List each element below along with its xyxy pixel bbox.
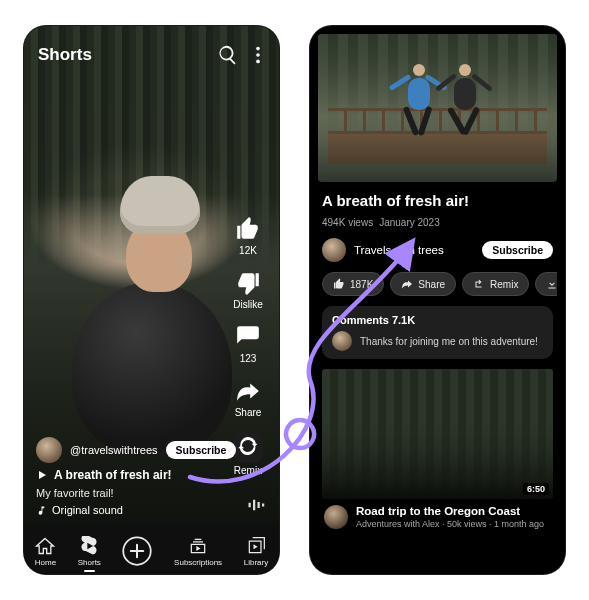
view-count: 494K views [322, 217, 373, 228]
person-b [446, 56, 484, 136]
video-title[interactable]: A breath of fresh air! [318, 190, 557, 209]
svg-rect-4 [253, 500, 255, 511]
dislike-button[interactable]: Dislike [233, 270, 262, 310]
creator-avatar[interactable] [36, 437, 62, 463]
svg-rect-5 [258, 502, 260, 508]
remix-icon [238, 437, 258, 457]
person-photo [64, 176, 234, 456]
shorts-caption: My favorite trail! [36, 487, 219, 499]
remix-label: Remix [234, 465, 262, 476]
comment-icon [235, 324, 261, 350]
subscribe-button[interactable]: Subscribe [166, 441, 237, 459]
more-vertical-icon[interactable] [247, 44, 269, 66]
plus-circle-icon [122, 536, 152, 566]
remix-chip-label: Remix [490, 279, 518, 290]
like-chip[interactable]: 187K [322, 272, 384, 296]
dislike-label: Dislike [233, 299, 262, 310]
share-icon [235, 378, 261, 404]
share-chip[interactable]: Share [390, 272, 456, 296]
duration-badge: 6:50 [523, 483, 549, 495]
nav-home[interactable]: Home [35, 536, 56, 567]
play-icon [36, 469, 48, 481]
top-comment-text: Thanks for joining me on this adventure! [360, 336, 538, 347]
creator-handle[interactable]: @travelswithtrees [70, 444, 158, 456]
nav-library[interactable]: Library [244, 536, 268, 567]
thumb-up-icon [235, 216, 261, 242]
next-age: 1 month ago [494, 519, 544, 529]
library-icon [246, 536, 266, 556]
next-video-card[interactable]: 6:50 Road trip to the Oregon Coast Adven… [322, 369, 553, 529]
shorts-header-title: Shorts [38, 45, 92, 65]
home-icon [35, 536, 55, 556]
action-rail: 12K Dislike 123 Share Remix [225, 216, 271, 476]
like-chip-count: 187K [350, 279, 373, 290]
thumb-up-icon [333, 278, 345, 290]
svg-point-0 [256, 47, 260, 51]
remix-chip[interactable]: Remix [462, 272, 529, 296]
share-button[interactable]: Share [235, 378, 262, 418]
next-channel-avatar[interactable] [324, 505, 348, 529]
comments-header: Comments 7.1K [332, 314, 543, 326]
nav-subs-label: Subscriptions [174, 558, 222, 567]
watch-page-screen: A breath of fresh air! 494K views Januar… [310, 26, 565, 574]
download-icon [546, 278, 557, 290]
nav-home-label: Home [35, 558, 56, 567]
channel-name[interactable]: Travels with trees [354, 244, 474, 256]
audio-visualizer-icon [247, 496, 265, 514]
share-label: Share [235, 407, 262, 418]
shorts-icon [79, 536, 99, 556]
shorts-viewer-screen: Shorts 12K Dislike 123 Share Remix [24, 26, 279, 574]
video-player[interactable] [318, 34, 557, 182]
share-icon [401, 278, 413, 290]
search-icon[interactable] [217, 44, 239, 66]
svg-point-1 [256, 53, 260, 57]
nav-subscriptions[interactable]: Subscriptions [174, 536, 222, 567]
video-stats: 494K views January 2023 [318, 217, 557, 228]
comments-button[interactable]: 123 [235, 324, 261, 364]
comments-section[interactable]: Comments 7.1K Thanks for joining me on t… [322, 306, 553, 359]
nav-library-label: Library [244, 558, 268, 567]
svg-rect-6 [262, 504, 264, 507]
svg-point-2 [256, 60, 260, 64]
upload-date: January 2023 [379, 217, 440, 228]
nav-create[interactable] [122, 536, 152, 566]
thumb-down-icon [235, 270, 261, 296]
next-video-title: Road trip to the Oregon Coast [356, 505, 551, 517]
music-note-icon [36, 505, 47, 516]
nav-shorts[interactable]: Shorts [78, 536, 101, 567]
nav-shorts-label: Shorts [78, 558, 101, 567]
subscribe-button[interactable]: Subscribe [482, 241, 553, 259]
shorts-title: A breath of fresh air! [54, 468, 172, 482]
action-chip-row: 187K Share Remix Down [318, 272, 557, 296]
next-video-thumb[interactable]: 6:50 [322, 369, 553, 499]
like-count: 12K [239, 245, 257, 256]
person-a [400, 56, 438, 136]
download-chip[interactable]: Down [535, 272, 557, 296]
share-chip-label: Share [418, 279, 445, 290]
next-view-count: 50k views [447, 519, 487, 529]
comment-count: 123 [240, 353, 257, 364]
remix-button[interactable]: Remix [233, 432, 263, 476]
subscriptions-icon [188, 536, 208, 556]
remix-icon [473, 278, 485, 290]
commenter-avatar [332, 331, 352, 351]
shorts-sound[interactable]: Original sound [52, 504, 123, 516]
svg-rect-3 [249, 503, 251, 508]
like-button[interactable]: 12K [235, 216, 261, 256]
channel-avatar[interactable] [322, 238, 346, 262]
bottom-nav: Home Shorts Subscriptions Library [24, 524, 279, 574]
next-channel-name: Adventures with Alex [356, 519, 440, 529]
